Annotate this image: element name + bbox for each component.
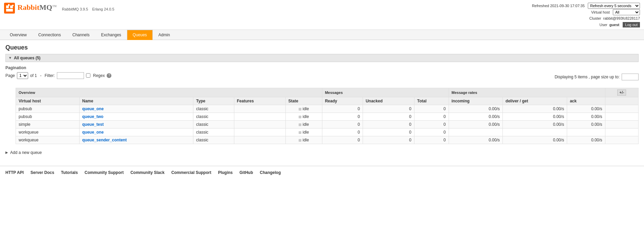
svg-rect-4	[8, 4, 9, 6]
regex-label: Regex	[93, 73, 105, 78]
page-select[interactable]: 1	[17, 72, 28, 79]
footer-link[interactable]: Plugins	[218, 170, 233, 175]
of-label: of 1	[30, 73, 37, 78]
refreshed-label: Refreshed 2021-09-30 17:07:35	[532, 4, 585, 8]
nav-overview[interactable]: Overview	[4, 30, 33, 40]
plus-minus-header[interactable]: +/-	[605, 88, 638, 97]
table-cell: 0	[322, 128, 363, 136]
queue-name-link[interactable]: queue_two	[82, 114, 104, 119]
footer-link[interactable]: Community Slack	[130, 170, 165, 175]
all-queues-label: All queues (5)	[14, 56, 41, 60]
user-row: User guest Log out	[532, 22, 640, 28]
table-cell: 0.00/s	[503, 105, 567, 113]
table-cell: 0.00/s	[503, 113, 567, 120]
queue-name-link[interactable]: queue_one	[82, 130, 104, 135]
regex-checkbox[interactable]	[86, 73, 90, 78]
footer-link[interactable]: Server Docs	[30, 170, 54, 175]
table-cell	[567, 128, 605, 136]
nav-channels[interactable]: Channels	[67, 30, 95, 40]
table-cell: 0	[363, 105, 414, 113]
table-cell: 0.00/s	[567, 136, 605, 144]
nav-admin[interactable]: Admin	[153, 30, 176, 40]
table-cell	[605, 128, 638, 136]
nav-queues[interactable]: Queues	[127, 30, 153, 40]
table-cell: 0	[363, 136, 414, 144]
table-row: pubsubqueue_twoclassicidle0000.00/s0.00/…	[16, 113, 639, 120]
add-queue-label: Add a new queue	[10, 150, 42, 155]
logout-button[interactable]: Log out	[623, 22, 640, 27]
table-cell	[234, 128, 285, 136]
virtual-host-row: Virtual host All pubsub simple workqueue	[532, 9, 640, 16]
table-cell: classic	[193, 128, 234, 136]
table-cell	[234, 113, 285, 120]
table-cell[interactable]: queue_test	[79, 120, 193, 128]
col-name: Name	[79, 97, 193, 105]
refresh-select[interactable]: Refresh every 5 seconds Refresh every 10…	[588, 3, 640, 9]
table-cell: idle	[285, 136, 322, 144]
table-cell	[234, 120, 285, 128]
main-content: Queues ▼ All queues (5) Pagination Page …	[0, 40, 644, 166]
table-col-header-row: Virtual host Name Type Features State Re…	[16, 97, 639, 105]
queue-name-link[interactable]: queue_one	[82, 106, 104, 111]
queue-name-link[interactable]: queue_test	[82, 122, 104, 127]
nav-connections[interactable]: Connections	[33, 30, 67, 40]
table-cell: 0.00/s	[567, 105, 605, 113]
table-cell: classic	[193, 105, 234, 113]
nav-exchanges[interactable]: Exchanges	[95, 30, 127, 40]
filter-input[interactable]	[57, 72, 84, 79]
top-right: Refreshed 2021-09-30 17:07:35 Refresh ev…	[532, 3, 640, 28]
footer-link[interactable]: Community Support	[85, 170, 124, 175]
plus-minus-button[interactable]: +/-	[617, 90, 626, 96]
table-cell: classic	[193, 136, 234, 144]
queues-table-container: Overview Messages Message rates +/- Virt…	[16, 88, 639, 144]
queue-table-body: pubsubqueue_oneclassicidle0000.00/s0.00/…	[16, 105, 639, 144]
table-row: workqueuequeue_sender_contentclassicidle…	[16, 136, 639, 144]
table-cell: 0.00/s	[449, 136, 503, 144]
footer-link[interactable]: Changelog	[260, 170, 281, 175]
table-row: pubsubqueue_oneclassicidle0000.00/s0.00/…	[16, 105, 639, 113]
collapse-triangle-icon: ▼	[8, 56, 12, 60]
table-cell: idle	[285, 128, 322, 136]
footer-link[interactable]: Commercial Support	[171, 170, 211, 175]
table-cell[interactable]: queue_one	[79, 105, 193, 113]
footer-link[interactable]: Tutorials	[61, 170, 78, 175]
col-state: State	[285, 97, 322, 105]
table-cell: idle	[285, 113, 322, 120]
add-queue-toggle[interactable]: ▶ Add a new queue	[5, 149, 639, 156]
virtual-host-select[interactable]: All pubsub simple workqueue	[613, 9, 640, 15]
queue-name-link[interactable]: queue_sender_content	[82, 138, 127, 142]
virtual-host-label: Virtual host	[591, 10, 610, 14]
table-cell[interactable]: queue_sender_content	[79, 136, 193, 144]
all-queues-header[interactable]: ▼ All queues (5)	[5, 54, 639, 62]
top-bar: RabbitMQTM RabbitMQ 3.9.5 Erlang 24.0.5 …	[0, 0, 644, 30]
table-cell: 0	[414, 120, 449, 128]
footer: HTTP APIServer DocsTutorialsCommunity Su…	[0, 166, 644, 179]
svg-rect-5	[12, 5, 14, 6]
table-cell	[605, 136, 638, 144]
col-type: Type	[193, 97, 234, 105]
queues-table: Overview Messages Message rates +/- Virt…	[16, 88, 639, 144]
footer-link[interactable]: HTTP API	[5, 170, 24, 175]
table-cell[interactable]: queue_two	[79, 113, 193, 120]
table-cell: 0	[414, 113, 449, 120]
col-ready: Ready	[322, 97, 363, 105]
table-cell	[234, 105, 285, 113]
col-ack: ack	[567, 97, 605, 105]
state-dot-icon	[299, 131, 301, 134]
table-group-header-row: Overview Messages Message rates +/-	[16, 88, 639, 97]
logo: RabbitMQTM	[4, 3, 57, 14]
col-features: Features	[234, 97, 285, 105]
help-icon[interactable]: ?	[107, 73, 111, 78]
footer-link[interactable]: GitHub	[239, 170, 253, 175]
table-cell: 0	[414, 136, 449, 144]
col-total: Total	[414, 97, 449, 105]
page-label: Page	[5, 73, 15, 78]
displaying-label: Displaying 5 items , page size up to:	[555, 75, 620, 79]
page-size-input[interactable]: 100	[622, 74, 639, 80]
state-dot-icon	[299, 116, 301, 118]
table-cell[interactable]: queue_one	[79, 128, 193, 136]
table-cell: 0.00/s	[503, 136, 567, 144]
table-cell: idle	[285, 105, 322, 113]
col-virtual-host: Virtual host	[16, 97, 80, 105]
add-queue-section: ▶ Add a new queue	[5, 149, 639, 156]
